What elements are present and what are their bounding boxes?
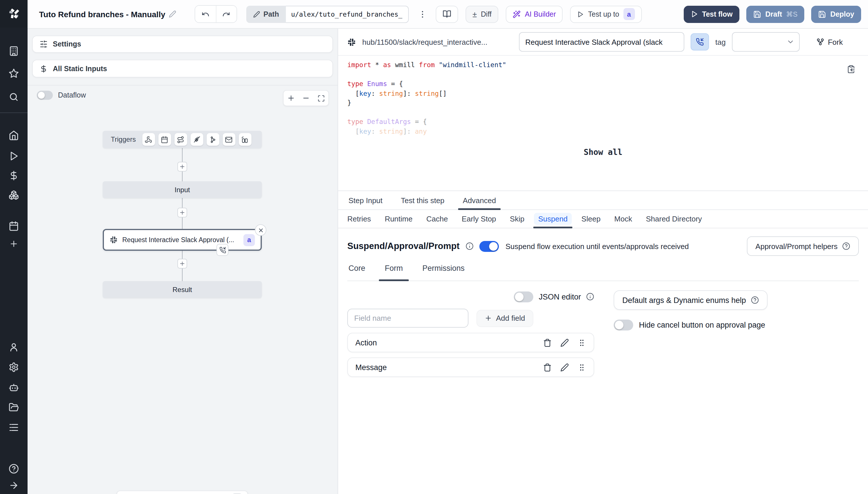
step-summary-input[interactable] <box>519 32 684 52</box>
tab-step-input[interactable]: Step Input <box>347 191 384 209</box>
draft-button[interactable]: Draft ⌘S <box>746 5 804 23</box>
all-static-inputs-button[interactable]: All Static Inputs <box>32 60 333 77</box>
sidebar-item-favorites[interactable] <box>7 66 21 80</box>
test-flow-button[interactable]: Test flow <box>684 5 740 23</box>
tab-advanced[interactable]: Advanced <box>462 191 497 209</box>
code-preview[interactable]: import * as wmill from "windmill-client"… <box>338 56 868 191</box>
sidebar-expand[interactable] <box>7 478 21 492</box>
subtab-retries[interactable]: Retries <box>347 210 371 228</box>
sidebar-item-home[interactable] <box>7 129 21 142</box>
diff-button[interactable]: ± Diff <box>466 5 498 23</box>
sidebar-item-help[interactable] <box>7 462 21 476</box>
flow-settings-button[interactable]: Settings <box>32 36 333 53</box>
websocket-icon[interactable] <box>190 133 203 146</box>
more-menu-button[interactable] <box>417 6 428 22</box>
test-up-to-button[interactable]: Test up to a <box>570 5 642 23</box>
input-node[interactable]: Input <box>103 181 262 198</box>
code-line <box>347 70 859 79</box>
suspend-indicator-button[interactable] <box>690 33 709 51</box>
hide-cancel-toggle[interactable] <box>614 320 633 330</box>
slack-icon <box>347 38 356 46</box>
tab-test-this-step[interactable]: Test this step <box>400 191 446 209</box>
form-field-row-action[interactable]: Action <box>347 333 594 352</box>
docs-button[interactable] <box>436 5 458 23</box>
step-node-slack-approval[interactable]: Request Interactive Slack Approval (... … <box>103 229 262 251</box>
triggers-node[interactable]: Triggers <box>103 131 262 148</box>
edit-title-icon[interactable] <box>169 10 176 18</box>
remove-step-button[interactable] <box>255 224 266 236</box>
subtab-suspend[interactable]: Suspend <box>538 210 568 228</box>
path-input[interactable] <box>286 5 409 23</box>
sidebar-item-runs[interactable] <box>7 149 21 163</box>
tab-permissions[interactable]: Permissions <box>421 264 466 281</box>
field-name-input[interactable] <box>347 309 468 328</box>
drag-handle-icon[interactable] <box>577 338 586 347</box>
help-icon <box>842 242 850 250</box>
tag-select[interactable] <box>732 32 800 52</box>
sidebar-item-search[interactable] <box>7 90 21 104</box>
sidebar-item-folders[interactable] <box>7 400 21 414</box>
sidebar <box>0 0 27 494</box>
sidebar-item-add[interactable] <box>7 237 21 251</box>
windmill-logo[interactable] <box>0 0 27 27</box>
json-editor-toggle[interactable] <box>514 291 534 302</box>
insert-step-button-middle[interactable] <box>178 208 187 217</box>
form-field-row-message[interactable]: Message <box>347 358 594 377</box>
default-args-help-button[interactable]: Default args & Dynamic enums help <box>614 290 768 310</box>
sidebar-item-schedules[interactable] <box>7 219 21 233</box>
path-button[interactable]: Path <box>246 5 286 23</box>
zoom-in-button[interactable] <box>283 91 298 106</box>
fork-button[interactable]: Fork <box>816 38 843 46</box>
sidebar-item-workers[interactable] <box>7 380 21 394</box>
subtab-cache[interactable]: Cache <box>426 210 448 228</box>
play-icon <box>690 10 698 18</box>
sidebar-item-variables[interactable] <box>7 169 21 183</box>
webhook-icon[interactable] <box>142 133 155 146</box>
insert-step-button-top[interactable] <box>178 162 187 172</box>
result-node[interactable]: Result <box>103 281 262 298</box>
info-icon[interactable] <box>465 242 473 250</box>
subtab-early-stop[interactable]: Early Stop <box>462 210 496 228</box>
add-field-button[interactable]: Add field <box>477 309 533 327</box>
sidebar-item-settings[interactable] <box>7 360 21 374</box>
zoom-out-button[interactable] <box>298 91 313 106</box>
deploy-button[interactable]: Deploy <box>811 5 861 23</box>
tab-form[interactable]: Form <box>384 264 404 281</box>
git-fork-icon <box>816 38 824 46</box>
info-icon[interactable] <box>586 292 594 301</box>
ai-builder-button[interactable]: AI Builder <box>506 5 562 23</box>
hub-script-path[interactable]: hub/11500/slack/request_interactive... <box>362 38 513 46</box>
show-all-button[interactable]: Show all <box>338 148 868 157</box>
kafka-icon[interactable] <box>206 133 219 146</box>
subtab-runtime[interactable]: Runtime <box>385 210 412 228</box>
subtab-sleep[interactable]: Sleep <box>581 210 601 228</box>
subtab-shared-directory[interactable]: Shared Directory <box>646 210 702 228</box>
edit-field-icon[interactable] <box>560 338 569 347</box>
suspend-enabled-toggle[interactable] <box>479 241 499 252</box>
delete-field-icon[interactable] <box>543 363 552 372</box>
save-icon <box>753 10 761 18</box>
tab-core[interactable]: Core <box>347 264 367 281</box>
undo-button[interactable] <box>195 6 216 22</box>
route-icon[interactable] <box>174 133 187 146</box>
insert-step-button-bottom[interactable] <box>178 259 187 268</box>
approval-prompt-helpers-button[interactable]: Approval/Prompt helpers <box>747 236 859 256</box>
schedule-icon[interactable] <box>158 133 171 146</box>
dataflow-toggle[interactable] <box>37 91 53 100</box>
sidebar-item-workspace[interactable] <box>7 44 21 58</box>
poll-icon[interactable] <box>239 133 251 146</box>
sidebar-item-audit-logs[interactable] <box>7 421 21 434</box>
email-icon[interactable] <box>222 133 235 146</box>
subtab-mock[interactable]: Mock <box>614 210 632 228</box>
sidebar-item-resources[interactable] <box>7 188 21 202</box>
edit-field-icon[interactable] <box>560 363 569 372</box>
subtab-skip[interactable]: Skip <box>510 210 524 228</box>
redo-button[interactable] <box>216 6 237 22</box>
slack-icon <box>110 236 118 244</box>
delete-field-icon[interactable] <box>543 338 552 347</box>
error-handler-node[interactable]: Error Handler <box>116 491 248 494</box>
copy-code-icon[interactable] <box>847 65 855 73</box>
drag-handle-icon[interactable] <box>577 363 586 372</box>
sidebar-item-users[interactable] <box>7 340 21 354</box>
fit-view-button[interactable] <box>313 91 328 106</box>
